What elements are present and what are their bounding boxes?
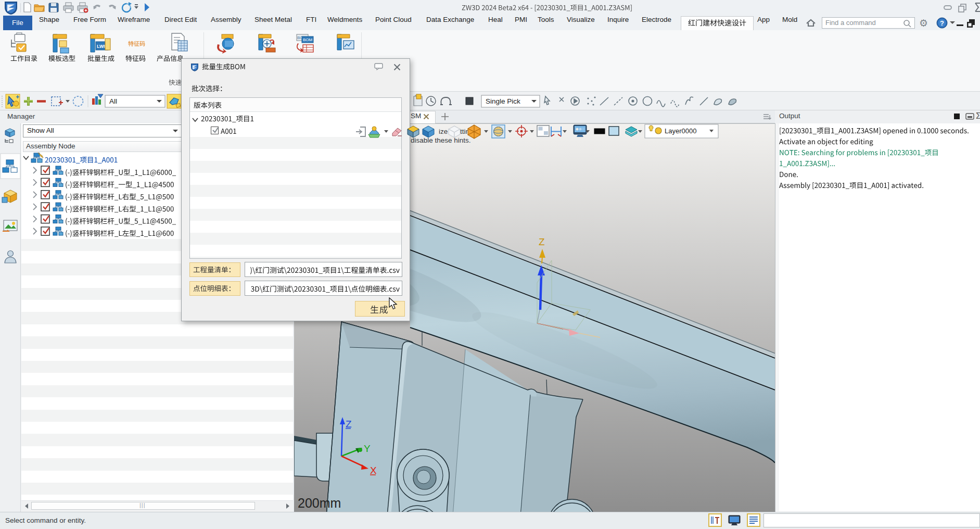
svg-text:All: All [109,97,117,105]
svg-text:Single Pick: Single Pick [486,97,520,105]
svg-text:?: ? [940,19,944,27]
svg-text:Z: Z [539,236,545,247]
svg-text:Y: Y [364,443,371,454]
svg-text:Z: Z [346,419,352,430]
svg-text:X: X [370,465,377,476]
svg-text:BOM: BOM [303,37,313,42]
